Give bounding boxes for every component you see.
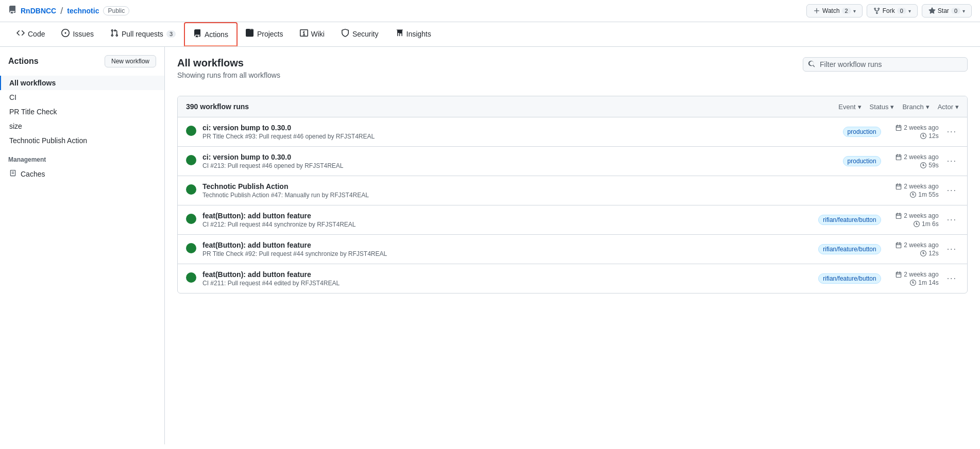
runs-count: 390 workflow runs bbox=[186, 102, 249, 111]
run-more-6[interactable]: ··· bbox=[945, 272, 959, 285]
sidebar-item-size[interactable]: size bbox=[0, 119, 164, 133]
branch-filter[interactable]: Branch ▾ bbox=[902, 103, 929, 111]
run-duration-6: 1m 14s bbox=[910, 279, 938, 286]
run-title-1[interactable]: ci: version bump to 0.30.0 bbox=[202, 124, 837, 132]
sidebar-header: Actions New workflow bbox=[0, 55, 164, 76]
nav-projects[interactable]: Projects bbox=[238, 23, 292, 46]
main-layout: Actions New workflow All workflows CI PR… bbox=[0, 47, 980, 444]
nav-security[interactable]: Security bbox=[333, 23, 387, 46]
branch-filter-caret: ▾ bbox=[926, 103, 930, 111]
watch-caret: ▾ bbox=[853, 8, 856, 14]
main-content: All workflows Showing runs from all work… bbox=[165, 47, 980, 444]
run-info-5: feat(Button): add button feature PR Titl… bbox=[202, 241, 812, 257]
run-title-3[interactable]: Technotic Publish Action bbox=[202, 182, 875, 191]
nav-pull-requests[interactable]: Pull requests 3 bbox=[102, 23, 184, 46]
visibility-badge: Public bbox=[103, 6, 129, 15]
star-label: Star bbox=[938, 7, 949, 14]
run-title-6[interactable]: feat(Button): add button feature bbox=[202, 270, 812, 279]
sidebar-item-ci[interactable]: CI bbox=[0, 90, 164, 105]
run-status-icon-1 bbox=[186, 126, 196, 139]
run-time-date-3: 2 weeks ago bbox=[895, 183, 938, 190]
sidebar-nav: All workflows CI PR Title Check size Tec… bbox=[0, 76, 164, 148]
run-row: ci: version bump to 0.30.0 CI #213: Pull… bbox=[178, 147, 967, 176]
event-filter[interactable]: Event ▾ bbox=[838, 103, 861, 111]
actor-filter-label: Actor bbox=[938, 103, 953, 111]
status-filter-caret: ▾ bbox=[890, 103, 894, 111]
run-row: feat(Button): add button feature CI #211… bbox=[178, 264, 967, 293]
nav-issues[interactable]: Issues bbox=[53, 23, 102, 46]
run-more-2[interactable]: ··· bbox=[945, 154, 959, 168]
status-filter[interactable]: Status ▾ bbox=[870, 103, 894, 111]
run-subtitle-6: CI #211: Pull request #44 edited by RFJS… bbox=[202, 280, 812, 287]
run-time-3: 2 weeks ago 1m 55s bbox=[887, 183, 939, 198]
run-duration-4: 1m 6s bbox=[914, 220, 939, 228]
run-more-1[interactable]: ··· bbox=[945, 125, 959, 139]
management-nav: Caches bbox=[0, 166, 164, 181]
run-status-icon-6 bbox=[186, 272, 196, 285]
run-info-2: ci: version bump to 0.30.0 CI #213: Pull… bbox=[202, 153, 837, 169]
run-more-3[interactable]: ··· bbox=[945, 184, 959, 197]
filter-workflow-runs-input[interactable] bbox=[803, 57, 968, 72]
repo-name-link[interactable]: technotic bbox=[67, 7, 99, 15]
new-workflow-button[interactable]: New workflow bbox=[105, 55, 156, 67]
watch-button[interactable]: Watch 2 ▾ bbox=[806, 4, 863, 18]
watch-count: 2 bbox=[842, 8, 851, 14]
run-time-date-2: 2 weeks ago bbox=[895, 153, 938, 161]
run-time-date-6: 2 weeks ago bbox=[895, 271, 938, 278]
run-duration-text-5: 12s bbox=[928, 250, 938, 257]
sidebar-item-pr-title-check[interactable]: PR Title Check bbox=[0, 105, 164, 119]
watch-group: Watch 2 ▾ bbox=[806, 4, 863, 18]
run-badge-1[interactable]: production bbox=[843, 127, 881, 137]
run-duration-text-6: 1m 14s bbox=[918, 279, 938, 286]
run-more-5[interactable]: ··· bbox=[945, 243, 959, 256]
top-bar: RnDBNCC / technotic Public Watch 2 ▾ For… bbox=[0, 0, 980, 22]
actor-filter[interactable]: Actor ▾ bbox=[938, 103, 959, 111]
run-title-2[interactable]: ci: version bump to 0.30.0 bbox=[202, 153, 837, 161]
sidebar-item-technotic-publish[interactable]: Technotic Publish Action bbox=[0, 133, 164, 148]
content-header: All workflows Showing runs from all work… bbox=[177, 57, 280, 79]
sidebar-item-all-workflows[interactable]: All workflows bbox=[0, 76, 164, 90]
run-subtitle-2: CI #213: Pull request #46 opened by RFJS… bbox=[202, 162, 837, 169]
fork-button[interactable]: Fork 0 ▾ bbox=[867, 4, 918, 18]
run-date-text-3: 2 weeks ago bbox=[904, 183, 938, 190]
pr-title-check-label: PR Title Check bbox=[9, 108, 57, 116]
filter-search-icon bbox=[808, 60, 815, 69]
sidebar-title: Actions bbox=[8, 57, 39, 66]
run-time-5: 2 weeks ago 12s bbox=[887, 241, 939, 257]
run-badge-5[interactable]: rifian/feature/button bbox=[818, 244, 881, 254]
nav-wiki[interactable]: Wiki bbox=[292, 23, 333, 46]
run-time-date-4: 2 weeks ago bbox=[895, 212, 938, 219]
star-button[interactable]: Star 0 ▾ bbox=[922, 4, 972, 18]
nav-code[interactable]: Code bbox=[8, 23, 53, 46]
run-row: Technotic Publish Action Technotic Publi… bbox=[178, 176, 967, 205]
run-info-3: Technotic Publish Action Technotic Publi… bbox=[202, 182, 875, 199]
run-info-6: feat(Button): add button feature CI #211… bbox=[202, 270, 812, 287]
fork-caret: ▾ bbox=[908, 8, 911, 14]
run-more-4[interactable]: ··· bbox=[945, 213, 959, 227]
watch-label: Watch bbox=[822, 7, 840, 14]
nav-insights[interactable]: Insights bbox=[387, 23, 440, 46]
projects-icon bbox=[246, 29, 254, 39]
run-subtitle-5: PR Title Check #92: Pull request #44 syn… bbox=[202, 250, 812, 257]
run-subtitle-4: CI #212: Pull request #44 synchronize by… bbox=[202, 221, 812, 228]
event-filter-label: Event bbox=[838, 103, 855, 111]
nav-actions[interactable]: Actions bbox=[184, 22, 238, 46]
caches-label: Caches bbox=[21, 170, 45, 178]
ci-label: CI bbox=[9, 93, 16, 101]
repo-owner-link[interactable]: RnDBNCC bbox=[21, 7, 56, 15]
run-title-4[interactable]: feat(Button): add button feature bbox=[202, 212, 812, 220]
sidebar-item-caches[interactable]: Caches bbox=[0, 166, 164, 181]
run-duration-2: 59s bbox=[920, 162, 938, 169]
wiki-icon bbox=[300, 29, 308, 39]
run-date-text-6: 2 weeks ago bbox=[904, 271, 938, 278]
run-duration-text-2: 59s bbox=[928, 162, 938, 169]
run-status-icon-3 bbox=[186, 184, 196, 197]
pull-requests-count: 3 bbox=[166, 30, 176, 38]
fork-group: Fork 0 ▾ bbox=[867, 4, 918, 18]
run-title-5[interactable]: feat(Button): add button feature bbox=[202, 241, 812, 249]
star-group: Star 0 ▾ bbox=[922, 4, 972, 18]
run-badge-6[interactable]: rifian/feature/button bbox=[818, 273, 881, 284]
run-badge-4[interactable]: rifian/feature/button bbox=[818, 215, 881, 225]
security-icon bbox=[341, 29, 349, 39]
run-badge-2[interactable]: production bbox=[843, 156, 881, 166]
